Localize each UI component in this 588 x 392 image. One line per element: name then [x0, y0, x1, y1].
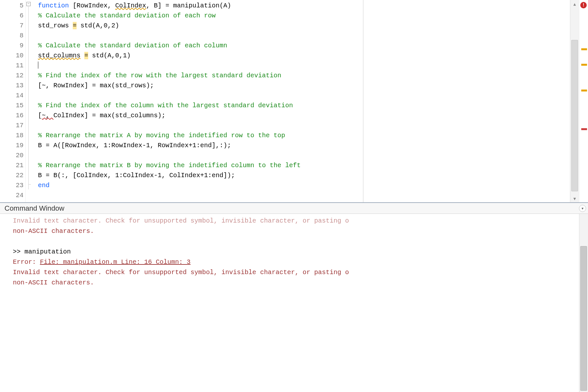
code-token: ~, [42, 112, 53, 119]
line-number: 15 [0, 100, 23, 110]
line-number: 8 [0, 31, 23, 41]
error-marker[interactable] [581, 128, 587, 130]
code-token: % Calculate the standard deviation of ea… [38, 12, 216, 19]
scroll-thumb[interactable] [580, 246, 587, 391]
line-number: 23 [0, 180, 23, 190]
command-output-line: Invalid text character. Check for unsupp… [13, 267, 573, 278]
command-window-scrollbar[interactable] [579, 214, 588, 392]
line-number: 11 [0, 61, 23, 71]
scroll-up-icon[interactable]: ▴ [570, 0, 579, 8]
line-number: 14 [0, 91, 23, 100]
code-token: , B] = manipulation(A) [146, 2, 231, 9]
code-token: std(A,0,2) [77, 22, 119, 29]
text-caret [38, 62, 38, 69]
line-number: 18 [0, 130, 23, 140]
code-line[interactable]: [~, RowIndex] = max(std_rows); [38, 81, 570, 91]
editor-margin-line [363, 0, 363, 202]
line-number: 20 [0, 150, 23, 160]
code-token: % Rearrange the matrix A by moving the i… [38, 132, 285, 139]
line-number: 7 [0, 21, 23, 31]
code-token: % Calculate the standard deviation of ea… [38, 42, 227, 49]
code-line[interactable]: % Calculate the standard deviation of ea… [38, 41, 570, 51]
code-token: std(A,0,1) [88, 52, 131, 59]
code-line[interactable]: B = A([RowIndex, 1:RowIndex-1, RowIndex+… [38, 140, 570, 150]
code-line[interactable]: % Rearrange the matrix A by moving the i… [38, 130, 570, 140]
code-token: = [84, 52, 88, 59]
line-number: 24 [0, 190, 23, 200]
warning-marker[interactable] [581, 90, 587, 91]
panel-menu-icon[interactable]: ▾ [579, 205, 586, 212]
code-line[interactable]: [~, ColIndex] = max(std_columns); [38, 110, 570, 120]
command-window-title: Command Window [5, 204, 64, 212]
code-area[interactable]: function [RowIndex, ColIndex, B] = manip… [32, 0, 570, 202]
scroll-down-icon[interactable]: ▾ [570, 195, 579, 202]
command-output-line: Error: File: manipulation.m Line: 16 Col… [13, 257, 573, 267]
editor-pane: 56789101112131415161718192021222324 − fu… [0, 0, 588, 203]
command-output-line: non-ASCII characters. [13, 226, 573, 236]
code-token: std_rows [38, 22, 73, 29]
code-token: [~, RowIndex] = max(std_rows); [38, 82, 154, 89]
command-output-line [13, 236, 573, 247]
line-number: 5 [0, 1, 23, 11]
code-token: % Find the index of the row with the lar… [38, 72, 281, 79]
line-number-gutter: 56789101112131415161718192021222324 [0, 0, 26, 202]
code-token: % Rearrange the matrix B by moving the i… [38, 162, 301, 169]
warning-marker[interactable] [581, 64, 587, 66]
command-output-line: >> maniputation [13, 247, 573, 257]
code-line[interactable]: std_columns = std(A,0,1) [38, 51, 570, 61]
scroll-thumb[interactable] [571, 40, 578, 191]
code-line[interactable] [38, 61, 570, 71]
code-line[interactable]: std_rows = std(A,0,2) [38, 21, 570, 31]
command-window-output[interactable]: Invalid text character. Check for unsupp… [0, 214, 579, 392]
code-line[interactable]: % Find the index of the column with the … [38, 100, 570, 110]
code-line[interactable] [38, 120, 570, 130]
code-line[interactable]: end [38, 180, 570, 190]
warning-marker[interactable] [581, 48, 587, 50]
code-token: ColIndex] = max(std_columns); [53, 112, 165, 119]
line-number: 21 [0, 160, 23, 170]
line-number: 10 [0, 51, 23, 61]
code-token: [ [38, 112, 42, 119]
line-number: 12 [0, 71, 23, 81]
code-token: std_columns [38, 52, 80, 59]
fold-toggle-icon[interactable]: − [26, 2, 31, 6]
command-window-titlebar: Command Window ▾ [0, 203, 588, 214]
line-number: 22 [0, 170, 23, 180]
code-token: function [38, 2, 73, 9]
code-line[interactable]: % Calculate the standard deviation of ea… [38, 11, 570, 21]
code-token: ColIndex [115, 2, 146, 9]
code-line[interactable]: B = B(:, [ColIndex, 1:ColIndex-1, ColInd… [38, 170, 570, 180]
command-window-pane: Invalid text character. Check for unsupp… [0, 214, 588, 392]
code-token: B = B(:, [ColIndex, 1:ColIndex-1, ColInd… [38, 172, 235, 179]
code-token: % Find the index of the column with the … [38, 102, 293, 109]
code-token [80, 52, 84, 59]
code-line[interactable]: function [RowIndex, ColIndex, B] = manip… [38, 1, 570, 11]
line-number: 13 [0, 81, 23, 91]
editor-vertical-scrollbar[interactable]: ▴ ▾ [570, 0, 579, 202]
fold-guide [28, 6, 29, 189]
error-location-link[interactable]: File: manipulation.m Line: 16 Column: 3 [40, 258, 191, 266]
code-token: = [73, 22, 77, 29]
code-line[interactable] [38, 150, 570, 160]
line-number: 17 [0, 120, 23, 130]
line-number: 16 [0, 110, 23, 120]
code-token: [RowIndex, [73, 2, 115, 9]
message-marker-column: ! [579, 0, 588, 202]
code-line[interactable]: % Rearrange the matrix B by moving the i… [38, 160, 570, 170]
code-token: B = A([RowIndex, 1:RowIndex-1, RowIndex+… [38, 142, 231, 149]
code-line[interactable] [38, 31, 570, 41]
line-number: 19 [0, 140, 23, 150]
command-output-line: Invalid text character. Check for unsupp… [13, 216, 573, 226]
line-number: 9 [0, 41, 23, 51]
editor-scroll: 56789101112131415161718192021222324 − fu… [0, 0, 570, 202]
fold-end-icon [28, 184, 31, 185]
code-fold-column: − [26, 0, 32, 202]
code-token: end [38, 182, 50, 189]
command-output-line: non-ASCII characters. [13, 278, 573, 288]
code-line[interactable] [38, 91, 570, 100]
code-line[interactable]: % Find the index of the row with the lar… [38, 71, 570, 81]
line-number: 6 [0, 11, 23, 21]
code-line[interactable] [38, 190, 570, 200]
error-indicator-icon[interactable]: ! [580, 2, 587, 8]
